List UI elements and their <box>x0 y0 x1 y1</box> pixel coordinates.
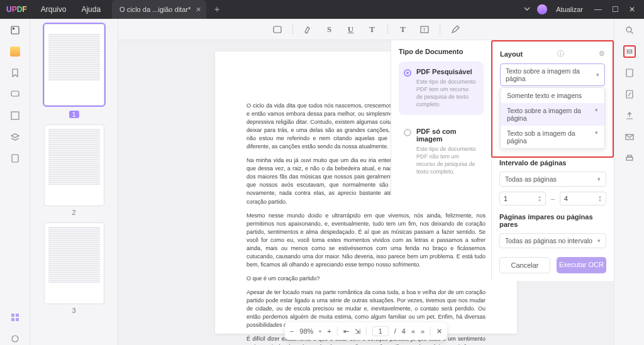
comments-icon[interactable] <box>9 88 21 101</box>
update-button[interactable]: Atualizar <box>552 4 587 14</box>
textbox-icon[interactable]: T <box>418 25 431 35</box>
doctype-panel: Tipo de Documento PDF Pesquisável Este t… <box>391 40 491 195</box>
layout-select[interactable]: Texto sobre a imagem da página ▾ <box>500 63 605 86</box>
clipboard-icon[interactable] <box>9 152 21 165</box>
menu-help[interactable]: Ajuda <box>74 5 108 14</box>
thumbnails-icon[interactable] <box>9 24 21 36</box>
menu-file[interactable]: Arquivo <box>33 5 74 14</box>
thumbnail-3[interactable] <box>44 222 104 304</box>
page-current[interactable]: 1 <box>372 326 389 336</box>
zoom-in-icon[interactable]: + <box>327 327 331 335</box>
thumbnail-panel: 1 2 3 <box>30 19 118 345</box>
range-from[interactable]: 1▲▼ <box>499 192 546 205</box>
chevron-down-icon: ▾ <box>596 72 599 78</box>
search-icon[interactable] <box>623 24 636 36</box>
svg-rect-1 <box>13 28 14 30</box>
gear-icon[interactable]: ⚙ <box>599 50 605 58</box>
close-tab-icon[interactable]: ✕ <box>196 6 201 14</box>
svg-rect-5 <box>11 314 14 317</box>
layout-option[interactable]: Texto sobre a imagem da página▾ <box>501 103 604 126</box>
thumbnail-number-3: 3 <box>35 307 113 314</box>
help-icon[interactable]: ⓘ <box>557 49 564 58</box>
page-total: 4 <box>402 327 406 335</box>
thumbnail-number-2: 2 <box>35 209 113 216</box>
range-to[interactable]: 4▲▼ <box>560 192 606 205</box>
close-window-icon[interactable]: ✕ <box>626 5 638 14</box>
highlight-icon[interactable] <box>302 25 314 35</box>
layers-icon[interactable] <box>9 131 21 143</box>
run-ocr-button[interactable]: Executar OCR <box>557 257 606 273</box>
titlebar: UPDF Arquivo Ajuda O ciclo da ...igião d… <box>0 0 644 19</box>
layout-dropdown: Somente texto e imagens Texto sobre a im… <box>500 87 605 149</box>
share-icon[interactable] <box>623 109 636 122</box>
doctype-imageonly[interactable]: PDF só com imagem Este tipo de documento… <box>399 121 484 182</box>
radio-icon <box>404 129 411 136</box>
parity-heading: Páginas ímpares ou páginas pares <box>499 213 606 228</box>
maximize-icon[interactable]: ☐ <box>609 5 621 14</box>
svg-point-9 <box>12 336 18 342</box>
attachments-icon[interactable] <box>9 109 21 122</box>
fit-page-icon[interactable]: ⇲ <box>355 327 360 336</box>
add-tab-button[interactable]: ＋ <box>213 4 221 15</box>
pencil-icon[interactable] <box>449 25 462 35</box>
jump-back-icon[interactable]: « <box>411 327 415 335</box>
svg-text:T: T <box>423 27 426 33</box>
svg-rect-8 <box>16 318 19 321</box>
thumbnail-number-1: 1 <box>69 111 79 118</box>
svg-rect-18 <box>626 157 633 160</box>
grid-icon[interactable] <box>9 311 21 324</box>
text-icon[interactable]: T <box>397 25 409 35</box>
convert-icon[interactable] <box>623 88 636 101</box>
thumbnail-1[interactable] <box>44 24 104 106</box>
strikethrough-icon[interactable]: S <box>323 25 336 35</box>
sparkle-icon[interactable] <box>9 45 21 58</box>
page-sep: / <box>394 327 396 335</box>
radio-icon <box>404 69 411 77</box>
svg-rect-19 <box>628 155 631 157</box>
range-heading: Intervalo de páginas <box>499 159 606 167</box>
underline-icon[interactable]: U <box>345 25 357 35</box>
zoom-out-icon[interactable]: − <box>290 327 294 335</box>
print-icon[interactable] <box>623 152 636 165</box>
layout-panel: Layout ⓘ ⚙ Texto sobre a imagem da págin… <box>491 40 614 158</box>
range-select[interactable]: Todas as páginas▾ <box>499 172 606 187</box>
export-icon[interactable] <box>623 67 636 79</box>
settings-icon[interactable] <box>9 332 21 345</box>
left-rail <box>0 19 30 345</box>
tab-title: O ciclo da ...igião ditar* <box>119 6 191 13</box>
squiggly-icon[interactable]: T <box>366 25 379 35</box>
cancel-button[interactable]: Cancelar <box>499 257 550 273</box>
close-status-icon[interactable]: ✕ <box>436 327 442 336</box>
svg-rect-2 <box>11 91 19 96</box>
chevron-down-icon[interactable] <box>522 4 532 15</box>
range-dash: – <box>551 195 555 202</box>
annotation-toolbar: S U T T T <box>118 19 614 40</box>
doctype-title: PDF só com imagem <box>416 128 476 143</box>
layout-selected: Texto sobre a imagem da página <box>506 67 596 82</box>
bookmark-icon[interactable] <box>9 67 21 79</box>
layout-option[interactable]: Somente texto e imagens <box>501 88 604 103</box>
layout-option[interactable]: Texto sob a imagem da página▾ <box>501 126 604 148</box>
parity-select[interactable]: Todas as páginas no intervalo▾ <box>499 233 606 248</box>
avatar[interactable] <box>537 4 547 14</box>
status-bar: − 98% ▾ + ⇤ ⇲ 1 / 4 « » ✕ <box>285 322 447 340</box>
layout-heading: Layout <box>500 50 523 58</box>
note-icon[interactable] <box>271 25 284 35</box>
document-tab[interactable]: O ciclo da ...igião ditar* ✕ <box>112 0 206 19</box>
right-rail <box>614 19 644 345</box>
svg-rect-3 <box>11 112 19 119</box>
doctype-title: PDF Pesquisável <box>416 68 476 75</box>
svg-rect-4 <box>12 155 18 162</box>
zoom-chevron-icon[interactable]: ▾ <box>319 329 321 334</box>
thumbnail-2[interactable] <box>44 124 104 206</box>
doctype-searchable[interactable]: PDF Pesquisável Este tipo de documento P… <box>399 62 484 115</box>
svg-rect-7 <box>11 318 14 321</box>
ocr-icon[interactable] <box>623 45 636 58</box>
mail-icon[interactable] <box>623 131 636 143</box>
svg-rect-10 <box>274 26 281 33</box>
paragraph: Mesmo nesse mundo doido e ultrarrápido e… <box>247 212 486 269</box>
minimize-icon[interactable]: — <box>592 5 604 14</box>
svg-rect-0 <box>11 26 19 34</box>
fit-width-icon[interactable]: ⇤ <box>343 327 349 336</box>
jump-fwd-icon[interactable]: » <box>421 327 425 335</box>
